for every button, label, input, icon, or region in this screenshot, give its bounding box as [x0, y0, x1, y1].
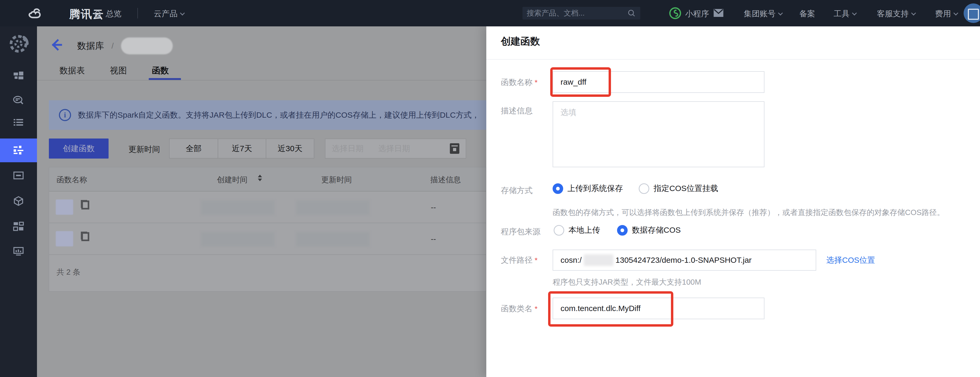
- calendar-icon[interactable]: [450, 143, 459, 154]
- left-sidebar: [0, 26, 37, 377]
- description-label: 描述信息: [501, 106, 533, 116]
- row-description: --: [431, 203, 436, 212]
- tencent-cloud-logo-icon[interactable]: [24, 6, 64, 21]
- created-time-redacted: [201, 232, 274, 246]
- engine-cube-icon[interactable]: [13, 195, 24, 207]
- breadcrumb-separator: /: [111, 41, 114, 51]
- chevron-down-icon: [953, 11, 958, 15]
- filter-30days[interactable]: 近30天: [266, 139, 314, 158]
- storage-mode-radios: 上传到系统保存 指定COS位置挂载: [553, 183, 718, 194]
- function-name-redacted: [56, 200, 73, 215]
- column-header-name: 函数名称: [57, 175, 87, 185]
- nav-products[interactable]: 云产品: [154, 8, 184, 19]
- functions-table: 函数名称 创建时间 更新时间 描述信息 -- -- 共 2 条: [49, 167, 486, 291]
- required-asterisk: *: [535, 305, 538, 313]
- breadcrumb-section[interactable]: 数据库: [77, 40, 104, 52]
- chevron-down-icon: [852, 11, 857, 15]
- table-row[interactable]: --: [49, 192, 486, 223]
- nav-tools[interactable]: 工具: [834, 8, 856, 19]
- nav-icp[interactable]: 备案: [799, 8, 815, 19]
- task-list-icon[interactable]: [13, 117, 24, 128]
- avatar[interactable]: [964, 3, 980, 23]
- copy-icon[interactable]: [81, 232, 89, 241]
- navbar-search[interactable]: [522, 7, 640, 19]
- class-name-label: 函数类名*: [501, 303, 538, 314]
- monitor-icon[interactable]: [13, 246, 24, 257]
- date-end-placeholder[interactable]: 选择日期: [378, 143, 410, 154]
- create-function-drawer: 创建函数 函数名称* 描述信息 存储方式 上传到系统保存 指定COS位置挂载 函…: [486, 26, 980, 377]
- radio-unselected-icon: [639, 183, 649, 194]
- tab-bar: 数据表 视图 函数: [59, 65, 169, 76]
- info-banner-text: 数据库下的Spark自定义函数。支持将JAR包上传到DLC，或者挂在用户的COS…: [78, 110, 479, 120]
- chevron-down-icon: [180, 11, 185, 15]
- home-icon: [93, 9, 102, 19]
- radio-selected-icon: [553, 183, 563, 194]
- red-annotation-box-function-name: [550, 67, 611, 97]
- dlc-logo-icon[interactable]: [8, 33, 29, 54]
- bucket-name-redacted: [584, 254, 613, 266]
- module-grid-icon[interactable]: [13, 220, 24, 232]
- column-header-updated: 更新时间: [321, 175, 352, 185]
- tab-functions[interactable]: 函数: [152, 65, 169, 76]
- top-navbar: 腾讯云 总览 云产品 小程序 集团账号 备案 工具 客服支持: [0, 0, 980, 26]
- storage-mode-label: 存储方式: [501, 185, 533, 196]
- filter-all[interactable]: 全部: [170, 139, 218, 158]
- data-explore-icon[interactable]: [13, 95, 24, 106]
- info-banner: i 数据库下的Spark自定义函数。支持将JAR包上传到DLC，或者挂在用户的C…: [49, 100, 486, 130]
- created-time-redacted: [201, 201, 274, 215]
- file-path-input[interactable]: cosn:/ 1305424723/demo-1.0-SNAPSHOT.jar: [553, 250, 816, 271]
- update-time-filter-label: 更新时间: [128, 144, 160, 155]
- tab-tables[interactable]: 数据表: [59, 65, 85, 76]
- nav-billing[interactable]: 费用: [935, 8, 958, 19]
- required-asterisk: *: [535, 78, 538, 87]
- table-header: 函数名称 创建时间 更新时间 描述信息: [49, 167, 486, 192]
- nav-miniprogram[interactable]: 小程序: [685, 8, 709, 19]
- time-filter-segmented: 全部 近7天 近30天: [169, 138, 314, 158]
- row-description: --: [431, 235, 436, 244]
- miniprogram-icon: [669, 7, 681, 19]
- description-textarea[interactable]: [553, 101, 764, 167]
- sort-icon[interactable]: [258, 175, 262, 181]
- tabs-divider: [37, 80, 486, 81]
- dashboard-icon[interactable]: [13, 70, 24, 81]
- file-path-prefix: cosn:/: [560, 256, 582, 265]
- nav-overview[interactable]: 总览: [93, 8, 121, 19]
- updated-time-redacted: [296, 232, 369, 246]
- chevron-down-icon: [911, 11, 916, 15]
- select-cos-location-link[interactable]: 选择COS位置: [826, 255, 875, 266]
- notebook-icon[interactable]: [13, 169, 24, 181]
- database-name-redacted: [121, 38, 173, 54]
- filter-7days[interactable]: 近7天: [218, 139, 266, 158]
- mail-icon[interactable]: [713, 8, 724, 17]
- back-arrow-icon[interactable]: [50, 38, 64, 52]
- search-input[interactable]: [527, 9, 627, 17]
- red-annotation-box-class-name: [548, 291, 673, 326]
- radio-selected-icon: [617, 225, 628, 236]
- function-name-redacted: [56, 231, 73, 246]
- date-range-picker[interactable]: 选择日期 选择日期: [325, 138, 466, 158]
- tab-views[interactable]: 视图: [110, 65, 127, 76]
- radio-specify-cos-mount[interactable]: 指定COS位置挂载: [639, 183, 718, 194]
- table-row[interactable]: --: [49, 223, 486, 255]
- required-asterisk: *: [535, 256, 538, 265]
- function-config-icon[interactable]: [13, 144, 24, 156]
- drawer-title: 创建函数: [501, 35, 540, 48]
- copy-icon[interactable]: [81, 200, 89, 209]
- create-function-button[interactable]: 创建函数: [49, 138, 108, 158]
- pagination-total: 共 2 条: [57, 267, 80, 277]
- radio-data-storage-cos[interactable]: 数据存储COS: [617, 225, 681, 236]
- package-source-label: 程序包来源: [501, 227, 541, 237]
- storage-mode-help: 函数包的存储方式，可以选择将函数包上传到系统并保存（推荐），或者直接指定函数包保…: [553, 208, 945, 218]
- drawer-divider: [486, 59, 980, 60]
- date-start-placeholder[interactable]: 选择日期: [332, 143, 363, 154]
- radio-local-upload[interactable]: 本地上传: [554, 225, 600, 236]
- radio-unselected-icon: [554, 225, 564, 236]
- nav-divider: [137, 8, 138, 19]
- nav-group-account[interactable]: 集团账号: [744, 8, 782, 19]
- column-header-description: 描述信息: [430, 175, 461, 185]
- radio-upload-to-system[interactable]: 上传到系统保存: [553, 183, 623, 194]
- nav-support[interactable]: 客服支持: [877, 8, 915, 19]
- info-icon: i: [59, 109, 71, 121]
- file-path-label: 文件路径*: [501, 255, 538, 266]
- chevron-down-icon: [778, 11, 783, 15]
